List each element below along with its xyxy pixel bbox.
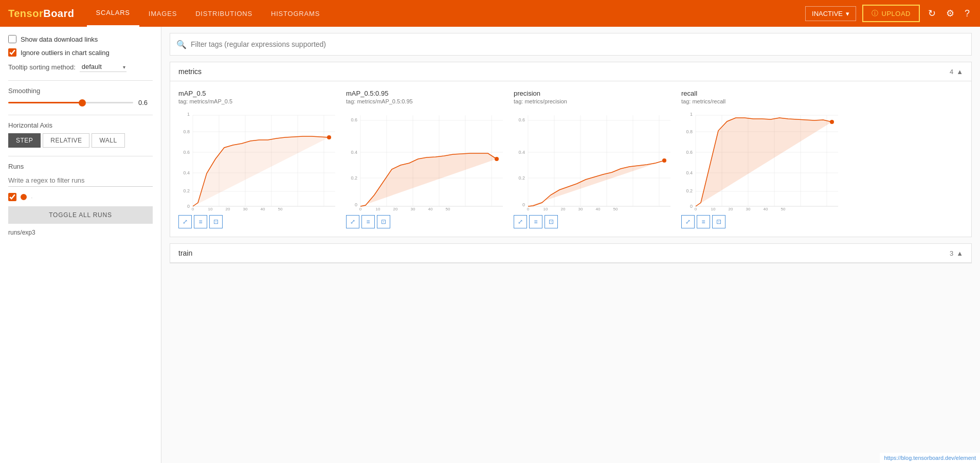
svg-text:1: 1 (690, 112, 693, 117)
metrics-section-header[interactable]: metrics 4 ▲ (170, 62, 971, 81)
svg-text:30: 30 (411, 207, 415, 210)
header-right: INACTIVE ▾ ⓘ UPLOAD ↻ ⚙ ? (805, 5, 972, 22)
chart-list-button-3[interactable]: ≡ (529, 215, 542, 228)
charts-grid: mAP_0.5 tag: metrics/mAP_0.5 1 0.8 (178, 90, 963, 228)
svg-text:0: 0 (695, 207, 697, 210)
divider-2 (8, 115, 153, 115)
metrics-count-number: 4 (950, 68, 953, 76)
smoothing-slider[interactable] (8, 102, 133, 103)
chart-map05: mAP_0.5 tag: metrics/mAP_0.5 1 0.8 (178, 90, 338, 228)
chart-list-button[interactable]: ≡ (194, 215, 207, 228)
chart-zoom-button[interactable]: ⊡ (209, 215, 223, 228)
run-separator: · (31, 193, 33, 201)
h-axis-label: Horizontal Axis (8, 121, 153, 129)
axis-relative-button[interactable]: RELATIVE (43, 133, 89, 148)
chart-zoom-button-3[interactable]: ⊡ (545, 215, 558, 228)
logo-tensor: Tensor (8, 8, 43, 19)
svg-text:0: 0 (359, 207, 362, 210)
chart-map05-svg: 1 0.8 0.6 0.4 0.2 0 (178, 108, 338, 210)
svg-text:50: 50 (613, 207, 618, 210)
svg-text:0.8: 0.8 (686, 129, 693, 134)
svg-text:20: 20 (561, 207, 566, 210)
nav-scalars[interactable]: SCALARS (87, 0, 139, 27)
svg-text:30: 30 (243, 207, 248, 210)
show-data-download-row[interactable]: Show data download links (8, 35, 153, 43)
ignore-outliers-row[interactable]: Ignore outliers in chart scaling (8, 48, 153, 57)
chart-zoom-button-2[interactable]: ⊡ (377, 215, 390, 228)
svg-text:0.8: 0.8 (183, 129, 190, 134)
chart-expand-button[interactable]: ⤢ (178, 215, 192, 228)
refresh-button[interactable]: ↻ (926, 6, 938, 21)
svg-text:40: 40 (596, 207, 601, 210)
main-nav: SCALARS IMAGES DISTRIBUTIONS HISTOGRAMS (87, 0, 806, 27)
upload-button[interactable]: ⓘ UPLOAD (862, 5, 920, 22)
show-data-download-checkbox[interactable] (8, 35, 16, 43)
chart-list-button-4[interactable]: ≡ (697, 215, 710, 228)
upload-label: UPLOAD (882, 10, 911, 17)
nav-histograms[interactable]: HISTOGRAMS (262, 0, 329, 27)
svg-text:0.6: 0.6 (686, 150, 693, 155)
metrics-section: metrics 4 ▲ mAP_0.5 tag: metrics/mAP_0.5 (170, 62, 972, 237)
svg-text:0.2: 0.2 (183, 188, 190, 193)
tooltip-sorting-select[interactable]: default ascending descending nearest (80, 62, 126, 72)
chart-recall-actions: ⤢ ≡ ⊡ (681, 215, 841, 228)
help-button[interactable]: ? (963, 6, 972, 21)
chart-expand-button-3[interactable]: ⤢ (514, 215, 527, 228)
chart-expand-button-2[interactable]: ⤢ (346, 215, 359, 228)
svg-point-49 (495, 157, 499, 161)
runs-filter-input[interactable] (8, 174, 153, 187)
chart-list-button-2[interactable]: ≡ (361, 215, 375, 228)
svg-text:20: 20 (729, 207, 733, 210)
runs-label: Runs (8, 163, 153, 170)
tooltip-sorting-row: Tooltip sorting method: default ascendin… (8, 62, 153, 72)
smoothing-row: 0.6 (8, 99, 153, 106)
tooltip-select-wrapper: default ascending descending nearest ▾ (80, 62, 126, 72)
svg-rect-50 (514, 108, 673, 210)
svg-text:0: 0 (187, 204, 190, 209)
toggle-all-runs-button[interactable]: TOGGLE ALL RUNS (8, 206, 153, 224)
logo-board: Board (43, 8, 74, 19)
inactive-dropdown[interactable]: INACTIVE ▾ (805, 6, 856, 21)
chart-map05-actions: ⤢ ≡ ⊡ (178, 215, 338, 228)
svg-text:0.2: 0.2 (518, 175, 525, 181)
chart-map0595-title: mAP_0.5:0.95 (346, 90, 505, 97)
settings-button[interactable]: ⚙ (944, 6, 956, 21)
svg-text:10: 10 (376, 207, 380, 210)
filter-input[interactable] (191, 40, 965, 48)
chart-recall-title: recall (681, 90, 841, 97)
run-checkbox[interactable] (8, 193, 16, 201)
svg-point-26 (327, 135, 331, 139)
svg-text:0.6: 0.6 (183, 150, 190, 155)
chart-precision-tag: tag: metrics/precision (514, 98, 673, 104)
nav-images[interactable]: IMAGES (139, 0, 186, 27)
train-section-header[interactable]: train 3 ▲ (170, 244, 971, 263)
main: 🔍 metrics 4 ▲ mAP_0.5 tag: metrics/mAP_0… (161, 27, 980, 463)
axis-wall-button[interactable]: WALL (92, 133, 124, 148)
chart-precision-title: precision (514, 90, 673, 97)
svg-text:50: 50 (278, 207, 283, 210)
run-dot-icon (21, 194, 27, 200)
svg-text:20: 20 (226, 207, 230, 210)
ignore-outliers-checkbox[interactable] (8, 48, 16, 57)
divider-1 (8, 80, 153, 81)
chart-zoom-button-4[interactable]: ⊡ (712, 215, 725, 228)
svg-text:40: 40 (428, 207, 433, 210)
svg-text:10: 10 (711, 207, 716, 210)
smoothing-section: Smoothing 0.6 (8, 87, 153, 106)
axis-step-button[interactable]: STEP (8, 133, 41, 148)
chart-expand-button-4[interactable]: ⤢ (681, 215, 695, 228)
svg-point-99 (830, 120, 834, 124)
svg-text:30: 30 (578, 207, 583, 210)
svg-text:10: 10 (208, 207, 213, 210)
horizontal-axis-section: Horizontal Axis STEP RELATIVE WALL (8, 121, 153, 148)
runs-section: Runs · TOGGLE ALL RUNS runs/exp3 (8, 163, 153, 236)
svg-text:0: 0 (527, 207, 530, 210)
chart-precision-actions: ⤢ ≡ ⊡ (514, 215, 673, 228)
chart-precision-svg: 0.6 0.4 0.2 0 (514, 108, 673, 210)
chart-map0595: mAP_0.5:0.95 tag: metrics/mAP_0.5:0.95 0… (346, 90, 505, 228)
nav-distributions[interactable]: DISTRIBUTIONS (186, 0, 262, 27)
chart-precision: precision tag: metrics/precision 0.6 0.4… (514, 90, 673, 228)
bottom-link[interactable]: https://blog.tensorboard.dev/element (880, 453, 980, 463)
filter-search-icon: 🔍 (176, 40, 187, 49)
train-collapse-icon: ▲ (956, 250, 963, 257)
